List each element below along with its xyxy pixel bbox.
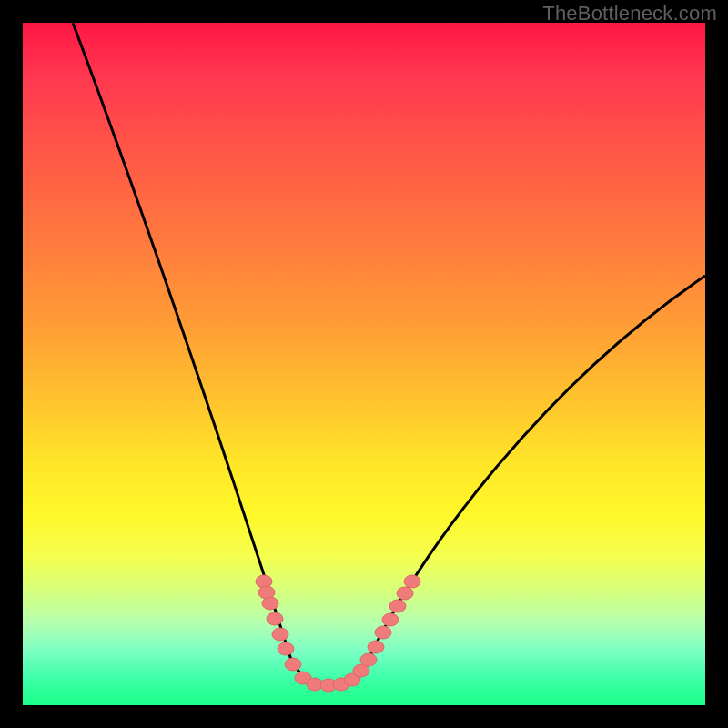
bead-marker — [262, 597, 278, 610]
bead-marker — [360, 653, 377, 666]
bead-marker — [397, 587, 413, 600]
bead-marker — [368, 641, 384, 653]
bead-marker — [267, 612, 283, 625]
curve-svg — [23, 23, 705, 705]
highlight-beads — [256, 575, 420, 692]
plot-area — [23, 23, 705, 705]
bead-marker — [375, 626, 391, 639]
bottleneck-curve — [73, 23, 705, 687]
bead-marker — [272, 628, 288, 641]
bead-marker — [285, 658, 301, 671]
chart-stage: TheBottleneck.com — [0, 0, 728, 728]
bead-marker — [278, 642, 294, 655]
bead-marker — [382, 613, 399, 626]
bead-marker — [404, 575, 420, 588]
bead-marker — [389, 600, 406, 612]
